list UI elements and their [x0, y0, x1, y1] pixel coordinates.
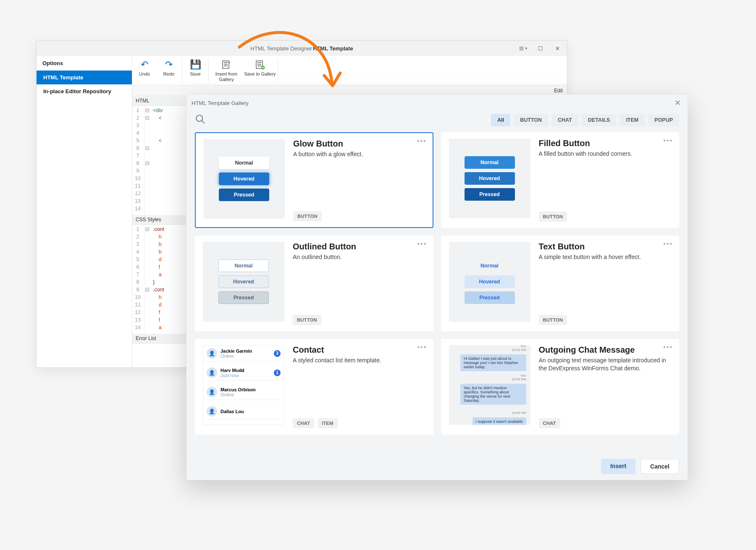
sidebar: Options HTML TemplateIn-place Editor Rep… [37, 56, 132, 367]
card-title: Contact [293, 345, 425, 355]
card-description: A simple text button with a hover effect… [539, 253, 672, 261]
search-icon [195, 114, 206, 125]
insert-gallery-icon [221, 59, 231, 70]
card-description: A styled contact list item template. [293, 356, 425, 364]
card-title: Text Button [539, 242, 672, 251]
sidebar-item-html-template[interactable]: HTML Template [37, 71, 132, 84]
cancel-button[interactable]: Cancel [640, 459, 679, 474]
dialog-footer: Insert Cancel [186, 453, 688, 480]
chat-bubble: Hi Dallas! I was just about to message y… [460, 354, 526, 371]
search-input[interactable] [195, 114, 486, 126]
filter-all[interactable]: All [491, 114, 510, 126]
avatar: 👤 [207, 348, 217, 359]
chevron-down-icon: ▼ [525, 47, 528, 50]
card-menu-icon[interactable]: ••• [417, 137, 427, 145]
card-preview: You10:52 PM Hi Dallas! I was just about … [449, 345, 530, 425]
card-menu-icon[interactable]: ••• [663, 240, 673, 248]
sidebar-item-in-place-editor-repository[interactable]: In-place Editor Repository [37, 84, 132, 98]
gallery-card-filled-button[interactable]: ••• NormalHoveredPressed Filled Button A… [441, 132, 680, 228]
chat-bubble: I suppose it wasn't available [472, 417, 526, 425]
card-title: Outgoing Chat Message [539, 345, 672, 355]
undo-icon: ↶ [141, 59, 148, 70]
avatar: 👤 [207, 387, 217, 397]
card-menu-icon[interactable]: ••• [663, 343, 673, 351]
save-gallery-icon [255, 59, 265, 70]
undo-label: Undo [139, 71, 150, 77]
sidebar-header: Options [37, 56, 132, 71]
filter-popup[interactable]: POPUP [648, 114, 679, 126]
undo-button[interactable]: ↶ Undo [132, 58, 157, 85]
gallery-card-text-button[interactable]: ••• NormalHoveredPressed Text Button A s… [441, 236, 680, 331]
tag-chat: CHAT [539, 418, 560, 428]
tag-item: ITEM [318, 418, 337, 428]
tag-button: BUTTON [539, 212, 567, 222]
filter-details[interactable]: DETAILS [582, 114, 617, 126]
window-title-prefix: HTML Template Designer [250, 45, 312, 52]
close-icon[interactable]: ✕ [672, 98, 682, 107]
toolbar: ↶ Undo ↷ Redo 💾 Save [132, 56, 567, 85]
gallery-card-contact[interactable]: ••• 👤 Jackie GarminOnline 3 👤 Harv MuddJ… [195, 339, 433, 435]
save-to-gallery-label: Save to Gallery [244, 71, 276, 77]
tag-chat: CHAT [293, 418, 314, 428]
insert-button[interactable]: Insert [601, 459, 635, 474]
badge: 3 [274, 350, 281, 357]
gallery-cards[interactable]: ••• NormalHoveredPressed Glow Button A b… [186, 130, 688, 453]
save-to-gallery-button[interactable]: Save to Gallery [243, 58, 277, 85]
card-preview: NormalHoveredPressed [449, 139, 530, 218]
save-button[interactable]: 💾 Save [183, 58, 207, 85]
card-preview: 👤 Jackie GarminOnline 3 👤 Harv MuddJust … [203, 345, 284, 425]
gallery-header: HTML Template Gallery ✕ [186, 94, 688, 111]
filter-item[interactable]: ITEM [620, 114, 645, 126]
card-preview: NormalHoveredPressed [203, 242, 284, 322]
card-title: Outlined Button [293, 242, 425, 251]
gallery-card-outgoing-chat-message[interactable]: ••• You10:52 PM Hi Dallas! I was just ab… [441, 339, 680, 435]
svg-rect-0 [223, 61, 229, 68]
sub-bar-label: Edit [554, 88, 563, 94]
card-preview: NormalHoveredPressed [203, 139, 285, 219]
maximize-button[interactable]: ☐ [533, 42, 548, 54]
titlebar: HTML Template Designer HTML Template ▼ ☐… [37, 41, 567, 56]
avatar: 👤 [207, 367, 217, 378]
gallery-title: HTML Template Gallery [192, 100, 249, 106]
card-menu-icon[interactable]: ••• [417, 240, 427, 248]
card-menu-icon[interactable]: ••• [417, 343, 427, 351]
card-description: A button with a glow effect. [293, 150, 425, 158]
redo-button[interactable]: ↷ Redo [157, 58, 181, 85]
list-item[interactable]: 👤 Dallas Lou [203, 403, 284, 419]
svg-line-4 [202, 120, 205, 123]
grid-icon [520, 47, 523, 50]
card-menu-icon[interactable]: ••• [663, 137, 673, 144]
list-item[interactable]: 👤 Marcus OrbisonOnline [203, 384, 284, 400]
chat-bubble: Yes, but he didn't mention specifics. So… [460, 384, 526, 405]
redo-label: Redo [163, 71, 174, 77]
filter-chat[interactable]: CHAT [551, 114, 578, 126]
card-description: A filled button with rounded corners. [539, 150, 672, 158]
save-label: Save [190, 71, 200, 77]
card-title: Filled Button [539, 139, 672, 148]
filter-tabs: AllBUTTONCHATDETAILSITEMPOPUP [491, 114, 679, 126]
card-description: An outgoing text message template introd… [539, 356, 672, 372]
tag-button: BUTTON [293, 315, 321, 325]
save-icon: 💾 [190, 59, 201, 70]
tag-button: BUTTON [293, 211, 322, 221]
list-item[interactable]: 👤 Harv MuddJust now 1 [203, 365, 284, 381]
gallery-toolbar: AllBUTTONCHATDETAILSITEMPOPUP [186, 111, 688, 130]
tag-button: BUTTON [539, 315, 567, 325]
list-item[interactable]: 👤 Jackie GarminOnline 3 [203, 346, 284, 361]
close-button[interactable]: ✕ [550, 42, 564, 54]
badge: 1 [274, 369, 281, 376]
avatar: 👤 [207, 406, 217, 416]
card-title: Glow Button [293, 139, 425, 149]
insert-from-gallery-button[interactable]: Insert from Gallery [210, 58, 243, 85]
gallery-card-outlined-button[interactable]: ••• NormalHoveredPressed Outlined Button… [195, 236, 433, 331]
gallery-dialog: HTML Template Gallery ✕ AllBUTTONCHATDET… [186, 94, 688, 480]
filter-button[interactable]: BUTTON [514, 114, 548, 126]
insert-from-gallery-label: Insert from Gallery [210, 71, 243, 82]
layout-grid-button[interactable]: ▼ [517, 42, 531, 54]
gallery-card-glow-button[interactable]: ••• NormalHoveredPressed Glow Button A b… [195, 132, 433, 228]
redo-icon: ↷ [165, 59, 173, 70]
window-title-document: HTML Template [313, 45, 353, 52]
card-description: An outlined button. [293, 253, 425, 261]
card-preview: NormalHoveredPressed [449, 242, 530, 322]
